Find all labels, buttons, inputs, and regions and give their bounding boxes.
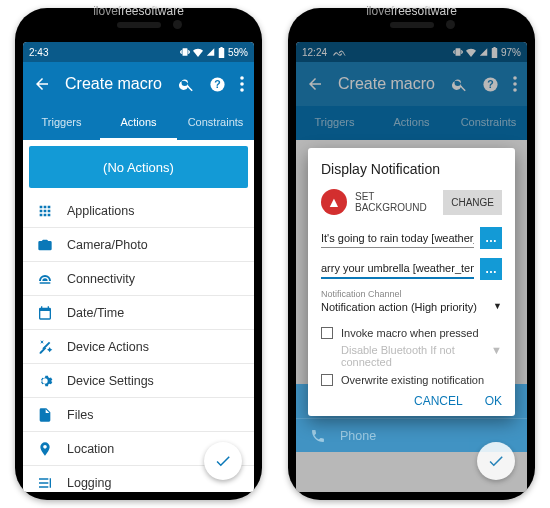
list-item-connectivity[interactable]: Connectivity bbox=[23, 262, 254, 296]
list-label: Camera/Photo bbox=[67, 238, 148, 252]
list-label: Logging bbox=[67, 476, 112, 490]
tab-actions[interactable]: Actions bbox=[100, 106, 177, 140]
overwrite-checkbox[interactable]: Overwrite existing notification bbox=[321, 374, 502, 386]
camera-icon bbox=[37, 237, 53, 253]
status-battery: 59% bbox=[228, 47, 248, 58]
file-icon bbox=[37, 407, 53, 423]
macro-select-disabled: Disable Bluetooth If not connected ▼ bbox=[341, 344, 502, 368]
help-icon[interactable]: ? bbox=[209, 76, 226, 93]
list-item-files[interactable]: Files bbox=[23, 398, 254, 432]
channel-label: Notification Channel bbox=[321, 289, 502, 299]
list-item-device-settings[interactable]: Device Settings bbox=[23, 364, 254, 398]
display-notification-dialog: Display Notification ▲ SET BACKGROUND CH… bbox=[308, 148, 515, 416]
svg-point-2 bbox=[240, 76, 244, 80]
warning-icon[interactable]: ▲ bbox=[321, 189, 347, 215]
connectivity-icon bbox=[37, 271, 53, 287]
screen-right: 12:24 ᨒ 97% Create macro ? Triggers Acti… bbox=[296, 42, 527, 492]
app-bar: Create macro ? bbox=[23, 62, 254, 106]
checkbox-icon bbox=[321, 327, 333, 339]
vibrate-icon bbox=[180, 47, 190, 57]
calendar-icon bbox=[37, 305, 53, 321]
status-time: 2:43 bbox=[29, 47, 48, 58]
list-label: Location bbox=[67, 442, 114, 456]
list-label: Files bbox=[67, 408, 93, 422]
phone-left: ilovefreesoftware 2:43 59% Create macro … bbox=[15, 8, 262, 500]
checkbox-icon bbox=[321, 374, 333, 386]
tabs: Triggers Actions Constraints bbox=[23, 106, 254, 140]
list-label: Device Actions bbox=[67, 340, 149, 354]
invoke-macro-checkbox[interactable]: Invoke macro when pressed bbox=[321, 327, 502, 339]
list-item-device-actions[interactable]: Device Actions bbox=[23, 330, 254, 364]
list-item-camera[interactable]: Camera/Photo bbox=[23, 228, 254, 262]
phone-right: ilovefreesoftware 12:24 ᨒ 97% Create mac… bbox=[288, 8, 535, 500]
notification-title-field[interactable]: It's going to rain today [weather_c bbox=[321, 229, 474, 248]
confirm-fab[interactable] bbox=[204, 442, 242, 480]
field-macro-button[interactable]: … bbox=[480, 227, 502, 249]
tab-constraints[interactable]: Constraints bbox=[177, 106, 254, 140]
location-icon bbox=[37, 441, 53, 457]
notification-text-field[interactable]: arry your umbrella [weather_temp bbox=[321, 259, 474, 279]
check-icon bbox=[214, 452, 232, 470]
watermark: ilovefreesoftware bbox=[93, 4, 184, 18]
svg-text:?: ? bbox=[214, 78, 220, 90]
channel-value: Notification action (High priority) bbox=[321, 301, 477, 313]
wand-icon bbox=[37, 339, 53, 355]
app-title: Create macro bbox=[65, 75, 164, 93]
list-item-datetime[interactable]: Date/Time bbox=[23, 296, 254, 330]
disabled-label: Disable Bluetooth If not connected bbox=[341, 344, 491, 368]
checkbox-label: Invoke macro when pressed bbox=[341, 327, 479, 339]
dialog-title: Display Notification bbox=[321, 161, 502, 177]
bg-label: Phone bbox=[340, 429, 376, 443]
phone-icon bbox=[310, 428, 326, 444]
list-label: Date/Time bbox=[67, 306, 124, 320]
list-label: Connectivity bbox=[67, 272, 135, 286]
apps-icon bbox=[37, 203, 53, 219]
status-bar: 2:43 59% bbox=[23, 42, 254, 62]
svg-point-4 bbox=[240, 88, 244, 92]
check-icon bbox=[487, 452, 505, 470]
confirm-fab bbox=[477, 442, 515, 480]
watermark: ilovefreesoftware bbox=[366, 4, 457, 18]
battery-icon bbox=[218, 47, 225, 58]
svg-point-3 bbox=[240, 82, 244, 86]
signal-icon bbox=[206, 47, 215, 57]
checkbox-label: Overwrite existing notification bbox=[341, 374, 484, 386]
back-icon[interactable] bbox=[33, 75, 51, 93]
list-label: Device Settings bbox=[67, 374, 154, 388]
wifi-icon bbox=[193, 47, 203, 57]
tab-triggers[interactable]: Triggers bbox=[23, 106, 100, 140]
settings-icon bbox=[37, 373, 53, 389]
logging-icon bbox=[37, 475, 53, 491]
list-label: Applications bbox=[67, 204, 134, 218]
chevron-down-icon: ▼ bbox=[493, 301, 502, 313]
cancel-button[interactable]: CANCEL bbox=[414, 394, 463, 408]
status-icons: 59% bbox=[180, 47, 248, 58]
chevron-down-icon: ▼ bbox=[491, 344, 502, 368]
change-button[interactable]: CHANGE bbox=[443, 190, 502, 215]
field-macro-button[interactable]: … bbox=[480, 258, 502, 280]
list-item-applications[interactable]: Applications bbox=[23, 194, 254, 228]
channel-select[interactable]: Notification action (High priority) ▼ bbox=[321, 299, 502, 322]
screen-left: 2:43 59% Create macro ? Triggers Actions… bbox=[23, 42, 254, 492]
overflow-icon[interactable] bbox=[240, 76, 244, 92]
set-background-label: SET BACKGROUND bbox=[355, 191, 435, 213]
search-icon[interactable] bbox=[178, 76, 195, 93]
ok-button[interactable]: OK bbox=[485, 394, 502, 408]
no-actions-banner[interactable]: (No Actions) bbox=[29, 146, 248, 188]
